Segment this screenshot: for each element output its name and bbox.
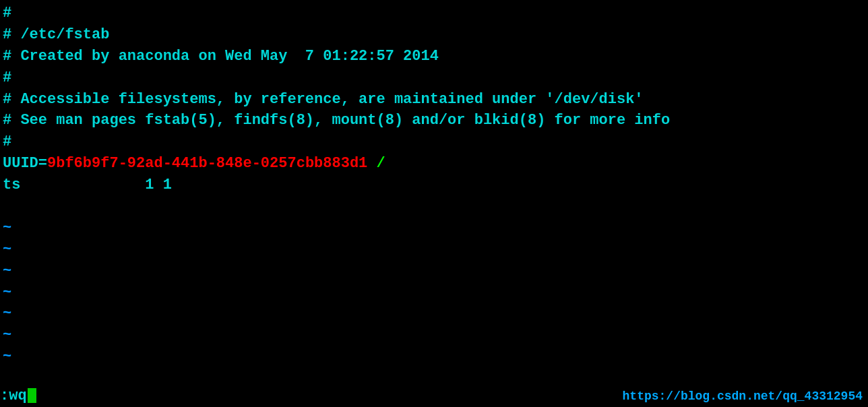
cursor-block: [28, 388, 36, 403]
tilde-3: ~: [0, 261, 868, 282]
uuid-entry-line: UUID=9bf6b9f7-92ad-441b-848e-0257cbb883d…: [0, 153, 868, 175]
comment-line-5: # Accessible filesystems, by reference, …: [0, 89, 868, 111]
tilde-1: ~: [0, 218, 868, 239]
tilde-2: ~: [0, 239, 868, 261]
comment-line-4: #: [0, 67, 868, 89]
status-bar: :wq https://blog.csdn.net/qq_43312954: [0, 384, 868, 407]
mount-point: /: [367, 155, 385, 172]
comment-line-1: #: [0, 3, 868, 24]
command-input-area[interactable]: :wq: [0, 387, 36, 404]
empty-line-1: [0, 196, 868, 218]
tilde-5: ~: [0, 303, 868, 325]
tilde-4: ~: [0, 282, 868, 304]
tilde-6: ~: [0, 325, 868, 346]
comment-line-6: # See man pages fstab(5), findfs(8), mou…: [0, 110, 868, 131]
url-display: https://blog.csdn.net/qq_43312954: [623, 387, 868, 404]
comment-line-7: #: [0, 131, 868, 153]
vim-command: :wq: [0, 387, 27, 404]
comment-line-3: # Created by anaconda on Wed May 7 01:22…: [0, 46, 868, 67]
terminal-window: # # /etc/fstab # Created by anaconda on …: [0, 0, 868, 407]
uuid-value: 9bf6b9f7-92ad-441b-848e-0257cbb883d1: [47, 155, 367, 172]
tilde-7: ~: [0, 346, 868, 368]
fs-options-1: xfs defaul: [385, 155, 868, 172]
blog-url: https://blog.csdn.net/qq_43312954: [623, 389, 868, 403]
uuid-prefix: UUID=: [3, 155, 47, 172]
comment-line-2: # /etc/fstab: [0, 24, 868, 46]
uuid-continuation: ts 1 1: [0, 175, 868, 196]
